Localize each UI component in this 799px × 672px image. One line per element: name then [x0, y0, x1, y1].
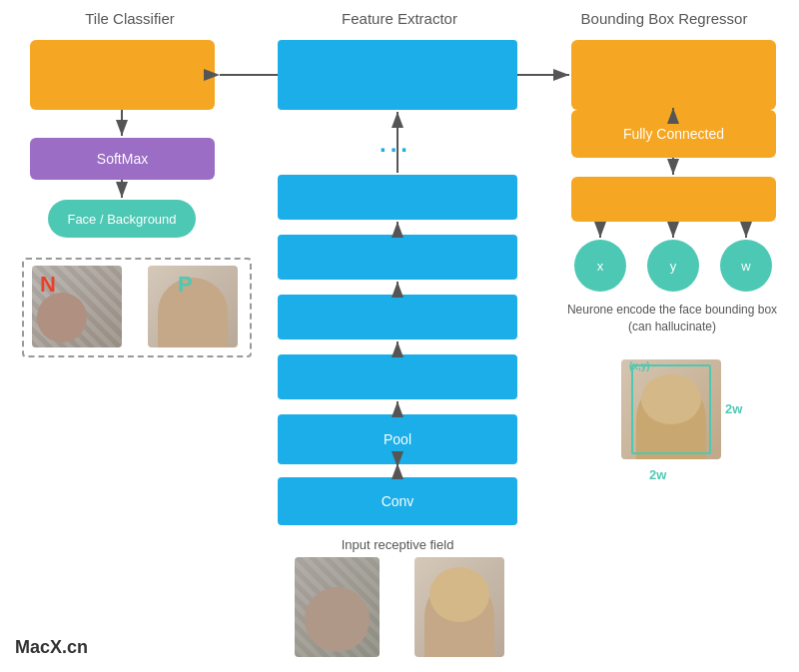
neurone-text: Neurone encode the face bounding box (ca…: [562, 302, 782, 336]
pool-label: Pool: [384, 431, 411, 447]
bounding-box-regressor-title: Bounding Box Regressor: [549, 10, 779, 27]
label-2w-bottom: 2w: [649, 467, 666, 482]
input-receptive-field-label: Input receptive field: [278, 537, 517, 552]
pool-block: Pool: [278, 414, 517, 464]
y-circle: y: [647, 240, 699, 292]
w-label: w: [741, 259, 750, 274]
w-circle: w: [720, 240, 772, 292]
conv-label: Conv: [382, 493, 414, 509]
dots: ...: [380, 130, 411, 158]
conv-block: Conv: [278, 477, 517, 525]
bbox-demo-container: (x,y): [621, 359, 721, 459]
x-label: x: [597, 259, 604, 274]
bottom-image-n: [295, 557, 380, 657]
bb-orange-second: [571, 177, 776, 222]
label-2w-right: 2w: [725, 401, 742, 416]
feature-block-mid3: [278, 295, 517, 339]
image-n: N: [32, 266, 122, 347]
fully-connected-label: Fully Connected: [623, 126, 724, 142]
bbox-outline: [631, 364, 711, 454]
feature-block-mid2: [278, 235, 517, 280]
xy-label: (x,y): [629, 360, 650, 371]
feature-block-top: [278, 40, 517, 110]
face-background-block: Face / Background: [48, 200, 196, 238]
tile-orange-top: [30, 40, 215, 110]
softmax-label: SoftMax: [97, 151, 148, 167]
bottom-image-p: [414, 557, 504, 657]
softmax-block: SoftMax: [30, 138, 215, 180]
face-background-label: Face / Background: [67, 212, 176, 227]
watermark: MacX.cn: [15, 637, 88, 658]
fully-connected-block: Fully Connected: [571, 110, 776, 158]
p-letter: P: [178, 272, 193, 298]
tile-classifier-title: Tile Classifier: [30, 10, 230, 27]
image-p: P: [148, 266, 238, 347]
x-circle: x: [574, 240, 626, 292]
feature-extractor-title: Feature Extractor: [275, 10, 524, 27]
feature-block-mid1: [278, 175, 517, 220]
feature-block-mid4: [278, 354, 517, 399]
n-letter: N: [40, 272, 56, 298]
bb-orange-top: [571, 40, 776, 110]
y-label: y: [670, 259, 677, 274]
diagram: Tile Classifier Feature Extractor Boundi…: [0, 0, 799, 672]
